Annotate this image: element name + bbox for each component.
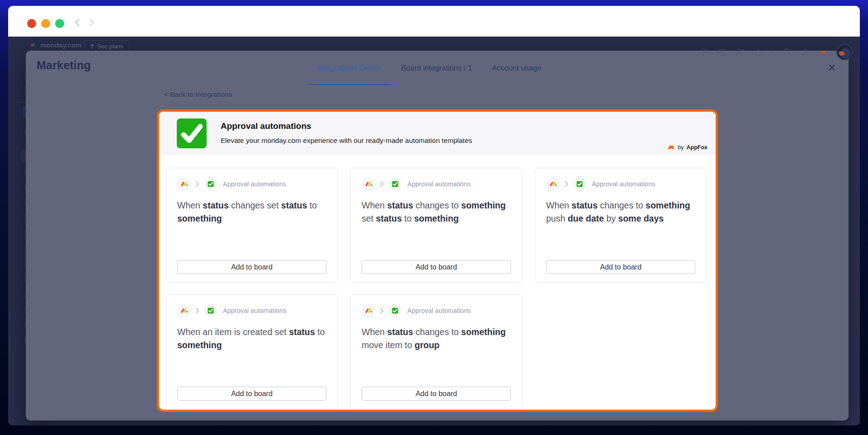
chevron-right-icon bbox=[380, 307, 384, 314]
tab-label: Integrations Center bbox=[318, 64, 381, 72]
invite-person-icon[interactable] bbox=[736, 47, 745, 57]
monday-app-icon bbox=[177, 177, 191, 191]
approval-automations-app-icon bbox=[388, 304, 402, 317]
appfox-fox-icon[interactable] bbox=[820, 48, 827, 56]
desktop-background: monday.com See plans T bbox=[0, 0, 868, 435]
forward-arrow-icon[interactable] bbox=[88, 18, 95, 28]
automation-card: Approval automations When status changes… bbox=[350, 168, 522, 283]
chevron-right-icon bbox=[195, 307, 199, 314]
back-to-integrations-link[interactable]: < Back to Integrations bbox=[164, 90, 232, 99]
close-icon bbox=[828, 63, 836, 71]
automation-card: Approval automations When status changes… bbox=[535, 168, 707, 283]
banner-title: Approval automations bbox=[221, 121, 311, 131]
board-title: Marketing bbox=[37, 59, 91, 72]
monday-app-icon bbox=[362, 177, 375, 191]
monday-app-icon bbox=[546, 177, 560, 191]
automation-card: Approval automations When status changes… bbox=[350, 294, 522, 409]
approval-automations-spotlight: Approval automations Elevate your monday… bbox=[157, 109, 718, 412]
automation-sentence: When status changes to something push du… bbox=[546, 199, 695, 225]
chevron-right-icon bbox=[564, 181, 568, 187]
automation-card-grid: Approval automations When status changes… bbox=[166, 168, 707, 409]
automation-sentence: When status changes to something move it… bbox=[362, 326, 511, 352]
card-app-label: Approval automations bbox=[407, 180, 471, 188]
card-app-row: Approval automations bbox=[177, 304, 326, 317]
byline-brand: AppFox bbox=[686, 144, 708, 151]
card-app-row: Approval automations bbox=[362, 177, 511, 191]
monday-app-icon bbox=[177, 304, 191, 317]
card-app-label: Approval automations bbox=[407, 307, 471, 314]
browser-window: monday.com See plans T bbox=[8, 6, 860, 426]
tab-account-usage[interactable]: Account usage bbox=[482, 51, 551, 85]
app-banner: Approval automations Elevate your monday… bbox=[159, 112, 716, 156]
window-controls bbox=[27, 19, 64, 28]
app-vendor-byline: by AppFox bbox=[667, 144, 708, 151]
tab-board-integrations[interactable]: Board integrations / 1 bbox=[391, 51, 482, 85]
chevron-right-icon bbox=[195, 181, 199, 187]
add-to-board-button[interactable]: Add to board bbox=[546, 260, 695, 274]
card-app-label: Approval automations bbox=[223, 180, 286, 188]
add-to-board-button[interactable]: Add to board bbox=[177, 260, 326, 274]
apps-puzzle-icon[interactable] bbox=[754, 47, 763, 57]
approval-automations-app-icon bbox=[573, 177, 586, 191]
user-avatar[interactable] bbox=[836, 44, 853, 60]
tab-label: Account usage bbox=[492, 64, 541, 72]
see-plans-label: See plans bbox=[97, 43, 123, 50]
zoom-window-button[interactable] bbox=[55, 19, 64, 28]
automation-sentence: When status changes to something set sta… bbox=[362, 199, 511, 225]
automation-sentence: When status changes set status to someth… bbox=[177, 199, 326, 225]
close-window-button[interactable] bbox=[27, 19, 36, 28]
automation-card: Approval automations When an item is cre… bbox=[166, 294, 338, 409]
top-bar-divider bbox=[773, 47, 773, 57]
minimize-window-button[interactable] bbox=[41, 19, 50, 28]
approval-automations-app-icon bbox=[388, 177, 402, 191]
tab-integrations-center[interactable]: Integrations Center bbox=[308, 51, 391, 85]
automation-card: Approval automations When status changes… bbox=[166, 168, 338, 283]
card-app-row: Approval automations bbox=[546, 177, 695, 191]
approval-automations-app-icon bbox=[204, 304, 217, 317]
byline-prefix: by bbox=[678, 144, 684, 151]
monday-app-icon bbox=[362, 304, 375, 317]
close-modal-button[interactable] bbox=[827, 62, 837, 72]
tab-label: Board integrations / 1 bbox=[401, 64, 472, 72]
monday-logo-icon bbox=[28, 41, 37, 49]
add-to-board-button[interactable]: Add to board bbox=[177, 387, 326, 401]
top-bar-actions bbox=[698, 44, 853, 60]
upgrade-arrow-icon bbox=[90, 44, 94, 49]
inbox-tray-icon[interactable] bbox=[717, 47, 726, 57]
card-app-row: Approval automations bbox=[177, 177, 326, 191]
appfox-fox-icon bbox=[667, 144, 675, 151]
monday-logo-text: monday.com bbox=[40, 41, 81, 49]
notifications-bell-icon[interactable] bbox=[698, 47, 708, 57]
automation-sentence: When an item is created set status to so… bbox=[177, 326, 326, 352]
card-app-label: Approval automations bbox=[223, 307, 286, 314]
profile-person-icon[interactable] bbox=[801, 47, 810, 57]
browser-titlebar bbox=[8, 6, 860, 37]
card-app-row: Approval automations bbox=[362, 304, 511, 317]
modal-tabs: Integrations Center Board integrations /… bbox=[308, 51, 551, 85]
browser-navigation bbox=[74, 18, 95, 28]
card-app-label: Approval automations bbox=[592, 180, 655, 188]
approval-automations-app-icon bbox=[177, 118, 207, 148]
integrations-modal: Marketing Integrations Center Board inte… bbox=[26, 51, 849, 421]
banner-subtitle: Elevate your monday.com experience with … bbox=[221, 137, 472, 145]
add-to-board-button[interactable]: Add to board bbox=[362, 260, 511, 274]
search-icon[interactable] bbox=[783, 47, 792, 57]
monday-logo[interactable]: monday.com bbox=[28, 41, 81, 49]
back-arrow-icon[interactable] bbox=[74, 18, 81, 28]
approval-automations-app-icon bbox=[204, 177, 217, 191]
chevron-right-icon bbox=[380, 181, 384, 187]
add-to-board-button[interactable]: Add to board bbox=[362, 387, 511, 401]
